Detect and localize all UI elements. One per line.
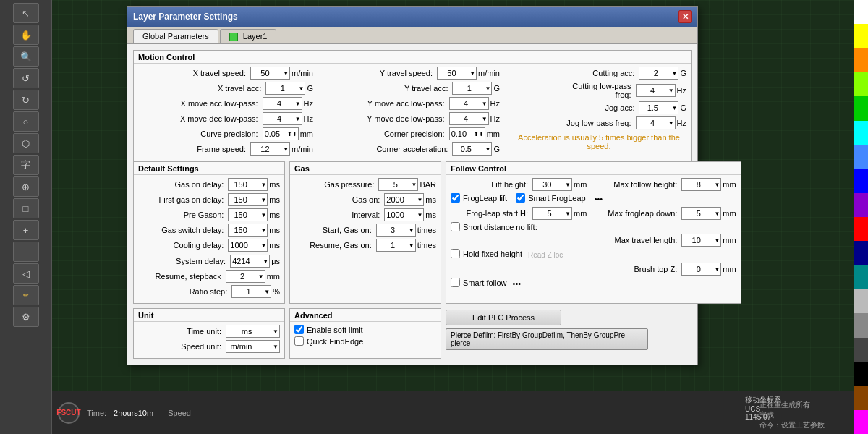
max-follow-height-input[interactable]: 8 ▼ <box>681 178 721 191</box>
x-travel-speed-dropdown-arrow[interactable]: ▼ <box>271 70 290 77</box>
max-travel-length-input[interactable]: 10 ▼ <box>681 234 721 247</box>
ratio-step-input[interactable]: 1 ▼ <box>231 285 271 298</box>
acceleration-warning: Acceleration is usually 5 times bigger t… <box>511 132 686 152</box>
speed-unit-select[interactable]: m/min ▼ <box>226 340 280 353</box>
tab-global-parameters[interactable]: Global Parameters <box>133 29 218 43</box>
corner-precision-input[interactable]: 0.10 ⬆⬇ <box>449 127 485 140</box>
frog-leap-start-h-field: Frog-leap start H: 5 ▼ mm <box>451 207 587 220</box>
cutting-acc-input[interactable]: 2 ▼ <box>639 67 678 80</box>
gas-on-delay-field: Gas on delay: 150 ▼ ms <box>138 178 280 191</box>
y-travel-speed-input[interactable]: 50 ▼ <box>437 67 477 80</box>
gas-on-delay-input[interactable]: 150 ▼ <box>228 178 268 191</box>
corner-acceleration-field: Corner acceleration: 0.5 ▼ G <box>325 142 500 156</box>
smart-frogleap-label: Smart FrogLeap <box>528 194 585 203</box>
frog-leap-start-h-input[interactable]: 5 ▼ <box>532 207 572 220</box>
buttons-column: Edit PLC Process Pierce Defilm: FirstBy … <box>446 308 692 359</box>
frame-speed-input[interactable]: 12 ▼ <box>250 142 290 156</box>
max-frogleap-down-field: Max frogleap down: 5 ▼ mm <box>592 207 736 220</box>
speed-unit-field: Speed unit: m/min ▼ <box>138 340 280 353</box>
interval-field: Interval: 1000 ▼ ms <box>294 208 436 221</box>
jog-acc-input[interactable]: 1.5 ▼ <box>639 101 678 114</box>
cutting-acc-field: Cutting acc: 2 ▼ G <box>511 67 686 80</box>
time-unit-select[interactable]: ms ▼ <box>226 325 280 338</box>
interval-input[interactable]: 1000 ▼ <box>384 208 424 221</box>
x-travel-speed-input[interactable]: 50 ▼ <box>250 67 290 80</box>
tab-layer1[interactable]: Layer1 <box>220 29 277 43</box>
frogleap-lift-row: FrogLeap lift <box>451 193 507 203</box>
x-travel-acc-input[interactable]: 1 ▼ <box>265 82 305 95</box>
short-distance-no-lift-label: Short distance no lift: <box>463 223 537 231</box>
follow-control-title: Follow Control <box>446 162 741 175</box>
y-travel-speed-field: Y travel speed: 50 ▼ m/min <box>325 67 500 80</box>
frogleap-more-icon[interactable]: ••• <box>595 195 603 203</box>
motion-control-title: Motion Control <box>134 51 691 64</box>
x-move-dec-lowpass-input[interactable]: 4 ▼ <box>263 112 302 125</box>
gas-on-field: Gas on: 2000 ▼ ms <box>294 193 436 206</box>
hold-fixed-height-checkbox[interactable] <box>451 249 460 258</box>
smart-frogleap-row: Smart FrogLeap <box>516 193 585 203</box>
gas-on-input[interactable]: 2000 ▼ <box>384 193 424 206</box>
motion-control-section: Motion Control X travel speed: 50 ▼ <box>133 50 692 161</box>
jog-lowpass-freq-field: Jog low-pass freq: 4 ▼ Hz <box>511 116 686 129</box>
dialog-titlebar: Layer Parameter Settings ✕ <box>127 7 697 27</box>
gas-title: Gas <box>290 162 441 175</box>
y-move-dec-lowpass-input[interactable]: 4 ▼ <box>449 112 489 125</box>
read-z-loc-input[interactable]: Read Z loc <box>528 250 575 259</box>
smart-follow-more-icon[interactable]: ••• <box>513 279 522 288</box>
system-delay-field: System delay: 4214 ▼ μs <box>138 255 280 268</box>
smart-follow-checkbox[interactable] <box>451 278 460 287</box>
close-button[interactable]: ✕ <box>678 10 692 23</box>
cutting-lowpass-freq-field: Cutting low-passfreq: 4 ▼ Hz <box>511 82 686 99</box>
pre-gason-field: Pre Gason: 150 ▼ ms <box>138 208 280 221</box>
quick-find-edge-checkbox[interactable] <box>294 336 304 346</box>
lift-height-input[interactable]: 30 ▼ <box>532 178 572 191</box>
advanced-title: Advanced <box>290 309 441 322</box>
lift-height-field: Lift height: 30 ▼ mm <box>451 178 587 191</box>
gas-section: Gas Gas pressure: 5 ▼ BAR <box>289 161 441 304</box>
short-distance-no-lift-row: Short distance no lift: <box>451 222 736 231</box>
curve-precision-input[interactable]: 0.05 ⬆⬇ <box>263 127 299 140</box>
x-travel-acc-field: X travel acc: 1 ▼ G <box>138 82 313 95</box>
advanced-section: Advanced Enable soft limit Quick FindEdg… <box>289 308 441 359</box>
brush-top-z-input[interactable]: 0 ▼ <box>681 263 721 276</box>
y-move-acc-lowpass-field: Y move acc low-pass: 4 ▼ Hz <box>325 97 500 110</box>
default-settings-title: Default Settings <box>134 162 284 175</box>
max-frogleap-down-input[interactable]: 5 ▼ <box>681 207 721 220</box>
ratio-step-field: Ratio step: 1 ▼ % <box>138 285 280 298</box>
system-delay-input[interactable]: 4214 ▼ <box>230 255 270 268</box>
follow-control-section: Follow Control Lift height: 30 ▼ <box>446 161 741 304</box>
resume-stepback-field: Resume, stepback 2 ▼ mm <box>138 270 280 283</box>
start-gas-on-input[interactable]: 3 ▼ <box>376 224 416 237</box>
enable-soft-limit-label: Enable soft limit <box>307 326 363 334</box>
resume-gas-on-input[interactable]: 1 ▼ <box>376 239 416 252</box>
enable-soft-limit-checkbox[interactable] <box>294 325 304 334</box>
smart-frogleap-checkbox[interactable] <box>516 193 525 203</box>
jog-lowpass-freq-input[interactable]: 4 ▼ <box>636 116 676 129</box>
gas-pressure-input[interactable]: 5 ▼ <box>378 178 418 191</box>
cooling-delay-input[interactable]: 1000 ▼ <box>228 239 268 252</box>
pierce-defilm-button[interactable]: Pierce Defilm: FirstBy GroupDefilm, Then… <box>446 328 648 350</box>
y-move-acc-lowpass-input[interactable]: 4 ▼ <box>449 97 489 110</box>
short-distance-no-lift-checkbox[interactable] <box>451 222 460 231</box>
start-gas-on-field: Start, Gas on: 3 ▼ times <box>294 224 436 237</box>
first-gas-on-delay-input[interactable]: 150 ▼ <box>228 193 268 206</box>
resume-stepback-input[interactable]: 2 ▼ <box>226 270 265 283</box>
brush-top-z-field: Brush top Z: 0 ▼ mm <box>451 263 736 276</box>
dialog-content: Motion Control X travel speed: 50 ▼ <box>127 44 697 365</box>
gas-switch-delay-input[interactable]: 150 ▼ <box>228 224 268 237</box>
hold-fixed-height-label: Hold fixed height <box>463 250 522 258</box>
enable-soft-limit-row: Enable soft limit <box>294 325 436 334</box>
edit-plc-button[interactable]: Edit PLC Process <box>446 310 561 326</box>
y-travel-acc-field: Y travel acc: 1 ▼ G <box>325 82 500 95</box>
pre-gason-input[interactable]: 150 ▼ <box>228 208 268 221</box>
smart-follow-row: Smart follow <box>451 278 507 287</box>
first-gas-on-delay-field: First gas on delay: 150 ▼ ms <box>138 193 280 206</box>
cutting-lowpass-freq-input[interactable]: 4 ▼ <box>636 84 676 97</box>
x-move-acc-lowpass-input[interactable]: 4 ▼ <box>263 97 302 110</box>
corner-acceleration-input[interactable]: 0.5 ▼ <box>452 142 492 156</box>
y-travel-acc-input[interactable]: 1 ▼ <box>452 82 492 95</box>
hold-fixed-height-row: Hold fixed height <box>451 249 522 258</box>
x-travel-speed-field: X travel speed: 50 ▼ m/min <box>138 67 313 80</box>
frogleap-lift-checkbox[interactable] <box>451 193 460 203</box>
gas-switch-delay-field: Gas switch delay: 150 ▼ ms <box>138 224 280 237</box>
